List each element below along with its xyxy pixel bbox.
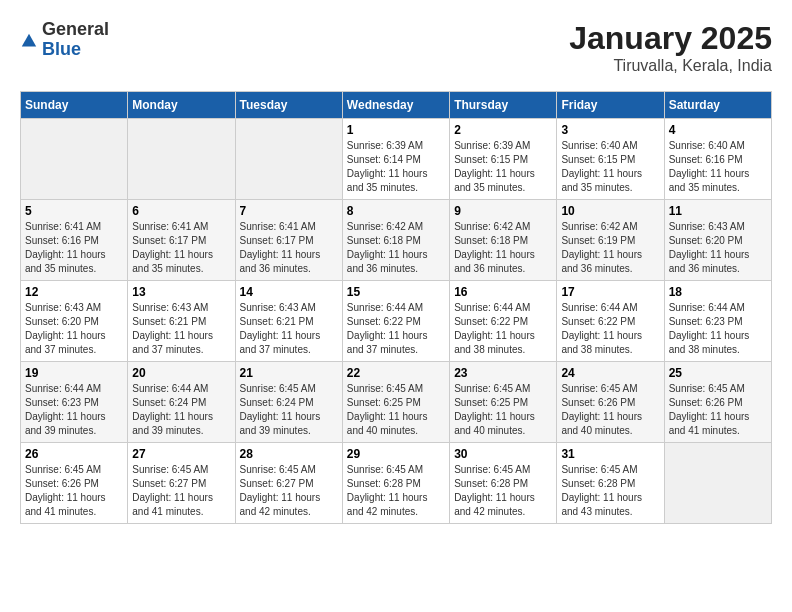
calendar-cell [235, 119, 342, 200]
day-number: 22 [347, 366, 445, 380]
calendar-cell: 23Sunrise: 6:45 AM Sunset: 6:25 PM Dayli… [450, 362, 557, 443]
calendar-cell: 30Sunrise: 6:45 AM Sunset: 6:28 PM Dayli… [450, 443, 557, 524]
calendar-cell: 10Sunrise: 6:42 AM Sunset: 6:19 PM Dayli… [557, 200, 664, 281]
calendar-cell: 26Sunrise: 6:45 AM Sunset: 6:26 PM Dayli… [21, 443, 128, 524]
page-header: General Blue January 2025 Tiruvalla, Ker… [20, 20, 772, 75]
day-info: Sunrise: 6:42 AM Sunset: 6:18 PM Dayligh… [347, 220, 445, 276]
day-number: 10 [561, 204, 659, 218]
calendar-cell: 8Sunrise: 6:42 AM Sunset: 6:18 PM Daylig… [342, 200, 449, 281]
day-info: Sunrise: 6:45 AM Sunset: 6:28 PM Dayligh… [347, 463, 445, 519]
weekday-header: Thursday [450, 92, 557, 119]
day-info: Sunrise: 6:45 AM Sunset: 6:27 PM Dayligh… [132, 463, 230, 519]
calendar-cell: 19Sunrise: 6:44 AM Sunset: 6:23 PM Dayli… [21, 362, 128, 443]
calendar-cell: 5Sunrise: 6:41 AM Sunset: 6:16 PM Daylig… [21, 200, 128, 281]
calendar-cell: 16Sunrise: 6:44 AM Sunset: 6:22 PM Dayli… [450, 281, 557, 362]
day-info: Sunrise: 6:42 AM Sunset: 6:18 PM Dayligh… [454, 220, 552, 276]
calendar-cell: 31Sunrise: 6:45 AM Sunset: 6:28 PM Dayli… [557, 443, 664, 524]
day-number: 26 [25, 447, 123, 461]
calendar-cell: 2Sunrise: 6:39 AM Sunset: 6:15 PM Daylig… [450, 119, 557, 200]
day-info: Sunrise: 6:44 AM Sunset: 6:24 PM Dayligh… [132, 382, 230, 438]
day-number: 11 [669, 204, 767, 218]
day-number: 6 [132, 204, 230, 218]
day-number: 21 [240, 366, 338, 380]
calendar-cell [21, 119, 128, 200]
day-number: 7 [240, 204, 338, 218]
logo-blue: Blue [42, 40, 109, 60]
day-number: 14 [240, 285, 338, 299]
calendar-week-row: 26Sunrise: 6:45 AM Sunset: 6:26 PM Dayli… [21, 443, 772, 524]
day-number: 23 [454, 366, 552, 380]
svg-marker-0 [22, 34, 36, 47]
day-number: 2 [454, 123, 552, 137]
logo-general: General [42, 20, 109, 40]
calendar-cell: 28Sunrise: 6:45 AM Sunset: 6:27 PM Dayli… [235, 443, 342, 524]
day-number: 20 [132, 366, 230, 380]
day-info: Sunrise: 6:39 AM Sunset: 6:14 PM Dayligh… [347, 139, 445, 195]
day-info: Sunrise: 6:43 AM Sunset: 6:20 PM Dayligh… [669, 220, 767, 276]
day-number: 24 [561, 366, 659, 380]
calendar-table: SundayMondayTuesdayWednesdayThursdayFrid… [20, 91, 772, 524]
weekday-header: Friday [557, 92, 664, 119]
calendar-cell: 22Sunrise: 6:45 AM Sunset: 6:25 PM Dayli… [342, 362, 449, 443]
calendar-body: 1Sunrise: 6:39 AM Sunset: 6:14 PM Daylig… [21, 119, 772, 524]
day-info: Sunrise: 6:44 AM Sunset: 6:22 PM Dayligh… [454, 301, 552, 357]
day-info: Sunrise: 6:45 AM Sunset: 6:25 PM Dayligh… [454, 382, 552, 438]
day-number: 17 [561, 285, 659, 299]
weekday-header: Monday [128, 92, 235, 119]
day-info: Sunrise: 6:45 AM Sunset: 6:27 PM Dayligh… [240, 463, 338, 519]
calendar-week-row: 19Sunrise: 6:44 AM Sunset: 6:23 PM Dayli… [21, 362, 772, 443]
day-info: Sunrise: 6:43 AM Sunset: 6:21 PM Dayligh… [132, 301, 230, 357]
calendar-cell: 29Sunrise: 6:45 AM Sunset: 6:28 PM Dayli… [342, 443, 449, 524]
weekday-header: Tuesday [235, 92, 342, 119]
day-info: Sunrise: 6:43 AM Sunset: 6:21 PM Dayligh… [240, 301, 338, 357]
calendar-cell: 9Sunrise: 6:42 AM Sunset: 6:18 PM Daylig… [450, 200, 557, 281]
calendar-cell: 21Sunrise: 6:45 AM Sunset: 6:24 PM Dayli… [235, 362, 342, 443]
day-number: 16 [454, 285, 552, 299]
calendar-cell: 3Sunrise: 6:40 AM Sunset: 6:15 PM Daylig… [557, 119, 664, 200]
day-number: 9 [454, 204, 552, 218]
calendar-header: SundayMondayTuesdayWednesdayThursdayFrid… [21, 92, 772, 119]
calendar-cell: 15Sunrise: 6:44 AM Sunset: 6:22 PM Dayli… [342, 281, 449, 362]
day-info: Sunrise: 6:42 AM Sunset: 6:19 PM Dayligh… [561, 220, 659, 276]
day-info: Sunrise: 6:44 AM Sunset: 6:22 PM Dayligh… [347, 301, 445, 357]
day-info: Sunrise: 6:40 AM Sunset: 6:15 PM Dayligh… [561, 139, 659, 195]
day-number: 31 [561, 447, 659, 461]
weekday-header: Saturday [664, 92, 771, 119]
logo-text: General Blue [42, 20, 109, 60]
day-info: Sunrise: 6:40 AM Sunset: 6:16 PM Dayligh… [669, 139, 767, 195]
calendar-week-row: 5Sunrise: 6:41 AM Sunset: 6:16 PM Daylig… [21, 200, 772, 281]
day-number: 1 [347, 123, 445, 137]
calendar-cell: 1Sunrise: 6:39 AM Sunset: 6:14 PM Daylig… [342, 119, 449, 200]
weekday-row: SundayMondayTuesdayWednesdayThursdayFrid… [21, 92, 772, 119]
day-number: 25 [669, 366, 767, 380]
calendar-cell: 6Sunrise: 6:41 AM Sunset: 6:17 PM Daylig… [128, 200, 235, 281]
day-number: 19 [25, 366, 123, 380]
calendar-cell [128, 119, 235, 200]
day-number: 5 [25, 204, 123, 218]
day-info: Sunrise: 6:44 AM Sunset: 6:23 PM Dayligh… [669, 301, 767, 357]
day-info: Sunrise: 6:41 AM Sunset: 6:17 PM Dayligh… [240, 220, 338, 276]
calendar-cell: 25Sunrise: 6:45 AM Sunset: 6:26 PM Dayli… [664, 362, 771, 443]
title-block: January 2025 Tiruvalla, Kerala, India [569, 20, 772, 75]
weekday-header: Sunday [21, 92, 128, 119]
day-info: Sunrise: 6:45 AM Sunset: 6:26 PM Dayligh… [669, 382, 767, 438]
calendar-cell: 18Sunrise: 6:44 AM Sunset: 6:23 PM Dayli… [664, 281, 771, 362]
weekday-header: Wednesday [342, 92, 449, 119]
calendar-cell: 27Sunrise: 6:45 AM Sunset: 6:27 PM Dayli… [128, 443, 235, 524]
calendar-cell: 14Sunrise: 6:43 AM Sunset: 6:21 PM Dayli… [235, 281, 342, 362]
page-subtitle: Tiruvalla, Kerala, India [569, 57, 772, 75]
day-number: 29 [347, 447, 445, 461]
day-info: Sunrise: 6:45 AM Sunset: 6:26 PM Dayligh… [561, 382, 659, 438]
day-number: 15 [347, 285, 445, 299]
day-number: 12 [25, 285, 123, 299]
day-info: Sunrise: 6:44 AM Sunset: 6:22 PM Dayligh… [561, 301, 659, 357]
day-number: 4 [669, 123, 767, 137]
day-info: Sunrise: 6:41 AM Sunset: 6:17 PM Dayligh… [132, 220, 230, 276]
day-info: Sunrise: 6:45 AM Sunset: 6:28 PM Dayligh… [561, 463, 659, 519]
day-number: 3 [561, 123, 659, 137]
calendar-cell: 7Sunrise: 6:41 AM Sunset: 6:17 PM Daylig… [235, 200, 342, 281]
day-info: Sunrise: 6:44 AM Sunset: 6:23 PM Dayligh… [25, 382, 123, 438]
calendar-cell: 17Sunrise: 6:44 AM Sunset: 6:22 PM Dayli… [557, 281, 664, 362]
calendar-cell: 13Sunrise: 6:43 AM Sunset: 6:21 PM Dayli… [128, 281, 235, 362]
day-number: 8 [347, 204, 445, 218]
